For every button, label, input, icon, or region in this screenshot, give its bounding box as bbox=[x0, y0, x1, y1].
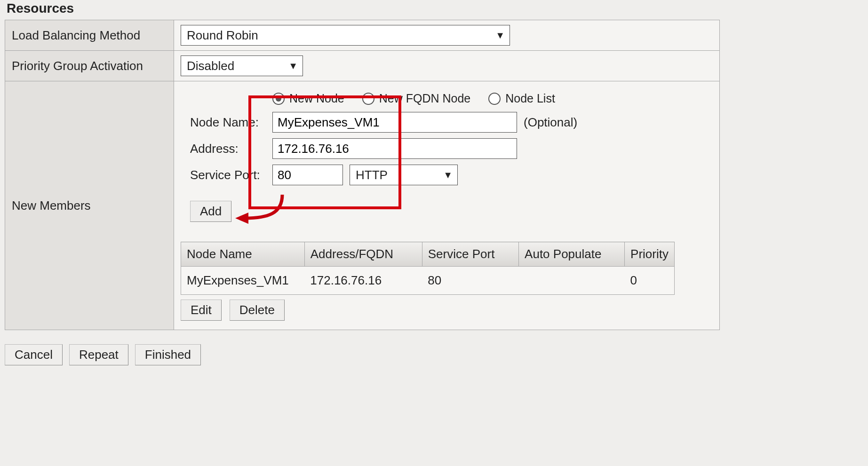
cell-node-name: MyExpenses_VM1 bbox=[181, 267, 305, 295]
radio-new-fqdn-label: New FQDN Node bbox=[379, 92, 471, 105]
chevron-down-icon: ▼ bbox=[443, 170, 453, 181]
radio-node-list[interactable]: Node List bbox=[488, 92, 555, 105]
lb-method-label: Load Balancing Method bbox=[5, 20, 174, 51]
cancel-button[interactable]: Cancel bbox=[5, 344, 63, 365]
col-priority[interactable]: Priority bbox=[625, 242, 675, 267]
add-button[interactable]: Add bbox=[190, 201, 231, 222]
new-member-form: New Node New FQDN Node Node List bbox=[190, 92, 713, 185]
address-input[interactable] bbox=[272, 138, 517, 159]
service-port-proto-value: HTTP bbox=[356, 168, 388, 182]
node-type-radio-group: New Node New FQDN Node Node List bbox=[272, 92, 713, 105]
lb-method-value: Round Robin bbox=[187, 28, 258, 43]
finished-button[interactable]: Finished bbox=[135, 344, 201, 365]
resources-page: Resources Load Balancing Method Round Ro… bbox=[0, 0, 868, 375]
chevron-down-icon: ▼ bbox=[288, 61, 298, 71]
cell-address: 172.16.76.16 bbox=[304, 267, 422, 295]
service-port-input[interactable] bbox=[272, 165, 343, 185]
col-port[interactable]: Service Port bbox=[422, 242, 518, 267]
table-row[interactable]: MyExpenses_VM1 172.16.76.16 80 0 bbox=[181, 267, 675, 295]
radio-icon bbox=[272, 93, 285, 105]
lb-method-select[interactable]: Round Robin ▼ bbox=[181, 25, 510, 46]
service-port-proto-select[interactable]: HTTP ▼ bbox=[350, 165, 458, 185]
address-label: Address: bbox=[190, 142, 272, 156]
svg-marker-0 bbox=[235, 213, 248, 224]
cell-auto bbox=[519, 267, 625, 295]
col-node-name[interactable]: Node Name bbox=[181, 242, 305, 267]
arrow-annotation-icon bbox=[235, 195, 292, 228]
new-members-label: New Members bbox=[5, 81, 174, 330]
edit-button[interactable]: Edit bbox=[181, 300, 222, 321]
repeat-button[interactable]: Repeat bbox=[69, 344, 128, 365]
radio-node-list-label: Node List bbox=[505, 92, 555, 105]
radio-icon bbox=[362, 93, 374, 105]
cell-port: 80 bbox=[422, 267, 518, 295]
resources-form-table: Load Balancing Method Round Robin ▼ Prio… bbox=[5, 20, 720, 330]
cell-priority: 0 bbox=[625, 267, 675, 295]
delete-button[interactable]: Delete bbox=[230, 300, 285, 321]
chevron-down-icon: ▼ bbox=[495, 30, 505, 41]
priority-label: Priority Group Activation bbox=[5, 51, 174, 81]
col-address[interactable]: Address/FQDN bbox=[304, 242, 422, 267]
node-name-input[interactable] bbox=[272, 112, 517, 133]
section-title: Resources bbox=[7, 1, 863, 16]
priority-value: Disabled bbox=[187, 59, 234, 73]
node-name-hint: (Optional) bbox=[524, 115, 577, 130]
members-table: Node Name Address/FQDN Service Port Auto… bbox=[181, 242, 675, 295]
col-auto-populate[interactable]: Auto Populate bbox=[519, 242, 625, 267]
radio-new-fqdn[interactable]: New FQDN Node bbox=[362, 92, 471, 105]
radio-icon bbox=[488, 93, 501, 105]
priority-select[interactable]: Disabled ▼ bbox=[181, 55, 303, 76]
radio-new-node[interactable]: New Node bbox=[272, 92, 344, 105]
node-name-label: Node Name: bbox=[190, 115, 272, 130]
radio-new-node-label: New Node bbox=[289, 92, 344, 105]
service-port-label: Service Port: bbox=[190, 168, 272, 182]
